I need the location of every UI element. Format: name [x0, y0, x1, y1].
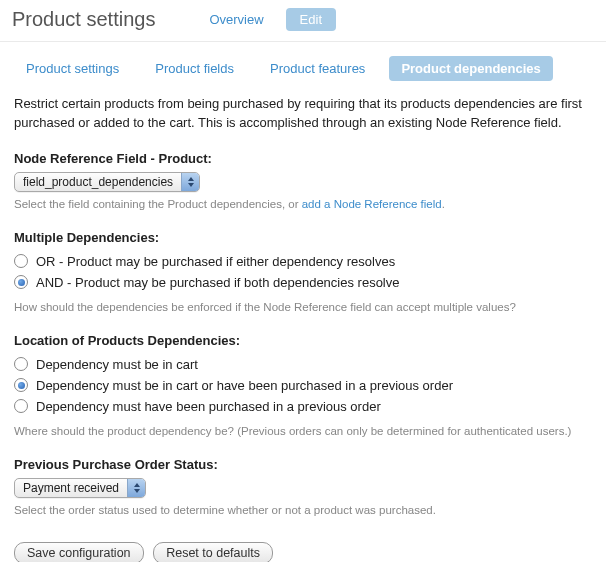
- multiple-dependencies-label: Multiple Dependencies:: [14, 230, 592, 245]
- tab-overview[interactable]: Overview: [195, 8, 277, 31]
- save-button[interactable]: Save configuration: [14, 542, 144, 562]
- radio-icon: [14, 357, 28, 371]
- node-reference-help: Select the field containing the Product …: [14, 196, 592, 212]
- chevron-updown-icon: [181, 173, 199, 191]
- radio-or-label: OR - Product may be purchased if either …: [36, 254, 395, 269]
- location-help: Where should the product dependency be? …: [14, 423, 592, 439]
- radio-location-cart[interactable]: Dependency must be in cart: [14, 354, 592, 375]
- node-reference-label: Node Reference Field - Product:: [14, 151, 592, 166]
- radio-location-purchased[interactable]: Dependency must have been purchased in a…: [14, 396, 592, 417]
- radio-location-cart-or-purchased[interactable]: Dependency must be in cart or have been …: [14, 375, 592, 396]
- radio-location-purchased-label: Dependency must have been purchased in a…: [36, 399, 381, 414]
- sub-tabs: Product settings Product fields Product …: [0, 56, 606, 95]
- node-reference-select[interactable]: field_product_dependencies: [14, 172, 200, 192]
- radio-or[interactable]: OR - Product may be purchased if either …: [14, 251, 592, 272]
- prev-status-value: Payment received: [15, 481, 127, 495]
- header-tabs: Overview Edit: [195, 8, 336, 31]
- multiple-dependencies-help: How should the dependencies be enforced …: [14, 299, 592, 315]
- page-header: Product settings Overview Edit: [0, 0, 606, 41]
- radio-and[interactable]: AND - Product may be purchased if both d…: [14, 272, 592, 293]
- content: Restrict certain products from being pur…: [0, 95, 606, 562]
- radio-icon: [14, 275, 28, 289]
- prev-status-help: Select the order status used to determin…: [14, 502, 592, 518]
- location-label: Location of Products Dependencies:: [14, 333, 592, 348]
- subtab-product-fields[interactable]: Product fields: [143, 56, 246, 81]
- subtab-product-dependencies[interactable]: Product dependencies: [389, 56, 552, 81]
- reset-button[interactable]: Reset to defaults: [153, 542, 273, 562]
- radio-location-cart-or-purchased-label: Dependency must be in cart or have been …: [36, 378, 453, 393]
- add-node-reference-link[interactable]: add a Node Reference field: [302, 198, 442, 210]
- radio-location-cart-label: Dependency must be in cart: [36, 357, 198, 372]
- subtab-product-features[interactable]: Product features: [258, 56, 377, 81]
- radio-icon: [14, 399, 28, 413]
- intro-text: Restrict certain products from being pur…: [14, 95, 592, 133]
- radio-and-label: AND - Product may be purchased if both d…: [36, 275, 399, 290]
- divider: [0, 41, 606, 42]
- node-reference-value: field_product_dependencies: [15, 175, 181, 189]
- multiple-dependencies-group: OR - Product may be purchased if either …: [14, 251, 592, 293]
- subtab-product-settings[interactable]: Product settings: [14, 56, 131, 81]
- page-title: Product settings: [12, 8, 155, 31]
- tab-edit[interactable]: Edit: [286, 8, 336, 31]
- prev-status-select[interactable]: Payment received: [14, 478, 146, 498]
- radio-icon: [14, 254, 28, 268]
- radio-icon: [14, 378, 28, 392]
- chevron-updown-icon: [127, 479, 145, 497]
- form-buttons: Save configuration Reset to defaults: [14, 542, 592, 562]
- location-group: Dependency must be in cart Dependency mu…: [14, 354, 592, 417]
- prev-status-label: Previous Purchase Order Status:: [14, 457, 592, 472]
